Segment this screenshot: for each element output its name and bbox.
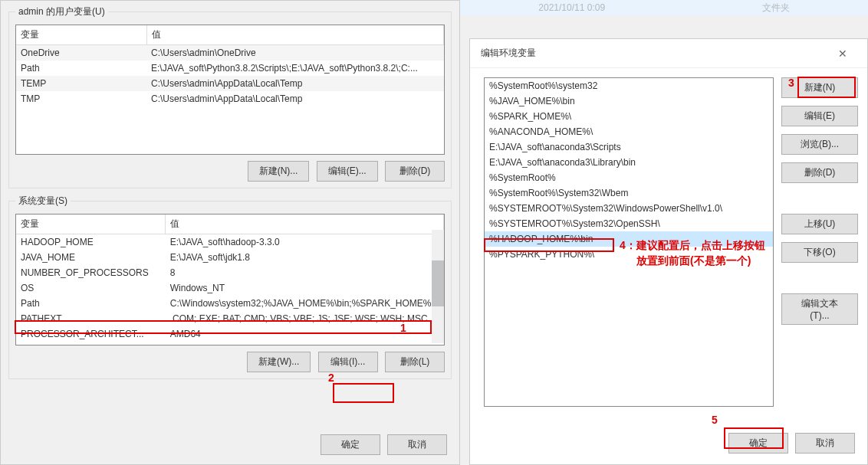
col-value[interactable]: 值	[146, 25, 444, 45]
left-cancel-button[interactable]: 取消	[387, 434, 447, 455]
edit-browse-button[interactable]: 浏览(B)...	[781, 134, 858, 155]
cell-value: AMD64	[166, 326, 444, 342]
col-name[interactable]: 变量	[16, 25, 146, 45]
path-item[interactable]: %ANACONDA_HOME%\	[485, 124, 773, 139]
left-ok-button[interactable]: 确定	[321, 434, 380, 455]
col-name[interactable]: 变量	[16, 214, 166, 234]
edit-edit-button[interactable]: 编辑(E)	[781, 106, 858, 126]
user-delete-button[interactable]: 删除(D)	[385, 161, 445, 182]
sys-vars-buttons: 新建(W)... 编辑(I)... 删除(L)	[15, 345, 445, 372]
cell-value: C:\Users\admin\AppData\Local\Temp	[146, 76, 444, 91]
path-item[interactable]: %SYSTEMROOT%\System32\WindowsPowerShell\…	[485, 201, 773, 216]
sys-delete-button[interactable]: 删除(L)	[385, 352, 445, 372]
user-vars-group: admin 的用户变量(U) 变量 值 OneDriveC:\Users\adm…	[8, 5, 452, 188]
cell-name: PATHEXT	[16, 311, 166, 326]
table-row[interactable]: TMPC:\Users\admin\AppData\Local\Temp	[16, 91, 444, 106]
explorer-type: 文件夹	[762, 2, 790, 15]
cell-name: OneDrive	[16, 45, 146, 61]
path-list[interactable]: %SystemRoot%\system32%JAVA_HOME%\bin%SPA…	[484, 77, 774, 407]
sys-vars-legend: 系统变量(S)	[15, 195, 71, 208]
path-item[interactable]: %SystemRoot%	[485, 170, 773, 185]
scrollbar[interactable]	[432, 230, 444, 343]
cell-name: TMP	[16, 91, 146, 106]
edit-dialog-titlebar: 编辑环境变量 ✕	[470, 39, 867, 68]
table-row[interactable]: PathE:\JAVA_soft\Python3.8.2\Scripts\;E:…	[16, 61, 444, 76]
cell-value: Windows_NT	[166, 280, 444, 296]
edit-footer-buttons: 确定 取消	[724, 433, 855, 454]
cell-value: C:\Users\admin\OneDrive	[146, 45, 444, 61]
edit-text-button[interactable]: 编辑文本(T)...	[781, 293, 858, 325]
env-vars-dialog: admin 的用户变量(U) 变量 值 OneDriveC:\Users\adm…	[0, 0, 460, 465]
cell-value: E:\JAVA_soft\jdk1.8	[166, 250, 444, 265]
edit-delete-button[interactable]: 删除(D)	[781, 162, 858, 183]
edit-env-var-dialog: 编辑环境变量 ✕ %SystemRoot%\system32%JAVA_HOME…	[469, 38, 868, 465]
cell-value: C:\Users\admin\AppData\Local\Temp	[146, 91, 444, 106]
edit-new-button[interactable]: 新建(N)	[781, 77, 858, 98]
table-row[interactable]: TEMPC:\Users\admin\AppData\Local\Temp	[16, 76, 444, 91]
table-row[interactable]: JAVA_HOMEE:\JAVA_soft\jdk1.8	[16, 250, 444, 265]
path-item[interactable]: %SystemRoot%\system32	[485, 78, 773, 93]
edit-dialog-title: 编辑环境变量	[481, 47, 536, 60]
cell-name: TEMP	[16, 76, 146, 91]
edit-ok-button[interactable]: 确定	[728, 433, 788, 454]
cell-name: Path	[16, 296, 166, 311]
explorer-date: 2021/10/11 0:09	[538, 2, 605, 13]
table-row[interactable]: PATHEXT.COM;.EXE;.BAT;.CMD;.VBS;.VBE;.JS…	[16, 311, 444, 326]
table-row[interactable]: PathC:\Windows\system32;%JAVA_HOME%\bin;…	[16, 296, 444, 311]
cell-value: 8	[166, 265, 444, 280]
explorer-row-behind: 2021/10/11 0:09 文件夹	[460, 0, 868, 15]
user-vars-buttons: 新建(N)... 编辑(E)... 删除(D)	[15, 155, 445, 182]
cell-value: E:\JAVA_soft\Python3.8.2\Scripts\;E:\JAV…	[146, 61, 444, 76]
user-edit-button[interactable]: 编辑(E)...	[317, 161, 378, 182]
path-item[interactable]: E:\JAVA_soft\anaconda3\Library\bin	[485, 155, 773, 170]
cell-name: OS	[16, 280, 166, 296]
sys-vars-table-wrap: 变量 值 HADOOP_HOMEE:\JAVA_soft\hadoop-3.3.…	[15, 214, 445, 345]
table-row[interactable]: NUMBER_OF_PROCESSORS8	[16, 265, 444, 280]
table-row[interactable]: HADOOP_HOMEE:\JAVA_soft\hadoop-3.3.0	[16, 234, 444, 251]
path-item[interactable]: %SYSTEMROOT%\System32\OpenSSH\	[485, 216, 773, 231]
table-row[interactable]: OSWindows_NT	[16, 280, 444, 296]
left-footer-buttons: 确定 取消	[316, 434, 447, 455]
user-vars-table[interactable]: 变量 值 OneDriveC:\Users\admin\OneDrivePath…	[16, 25, 444, 106]
cell-name: PROCESSOR_ARCHITECT...	[16, 326, 166, 342]
path-item[interactable]: %JAVA_HOME%\bin	[485, 93, 773, 109]
cell-name: NUMBER_OF_PROCESSORS	[16, 265, 166, 280]
edit-cancel-button[interactable]: 取消	[795, 433, 855, 454]
edit-moveup-button[interactable]: 上移(U)	[781, 214, 858, 234]
sys-vars-table[interactable]: 变量 值 HADOOP_HOMEE:\JAVA_soft\hadoop-3.3.…	[16, 214, 444, 342]
edit-movedown-button[interactable]: 下移(O)	[781, 242, 858, 263]
cell-value: .COM;.EXE;.BAT;.CMD;.VBS;.VBE;.JS;.JSE;.…	[166, 311, 444, 326]
sys-edit-button[interactable]: 编辑(I)...	[318, 352, 378, 372]
user-vars-table-wrap: 变量 值 OneDriveC:\Users\admin\OneDrivePath…	[15, 25, 445, 155]
path-item[interactable]: E:\JAVA_soft\anaconda3\Scripts	[485, 139, 773, 155]
user-vars-legend: admin 的用户变量(U)	[15, 5, 108, 18]
cell-name: JAVA_HOME	[16, 250, 166, 265]
col-value[interactable]: 值	[166, 214, 444, 234]
cell-name: Path	[16, 61, 146, 76]
path-item[interactable]: %SystemRoot%\System32\Wbem	[485, 185, 773, 201]
cell-value: C:\Windows\system32;%JAVA_HOME%\bin;%SPA…	[166, 296, 444, 311]
table-row[interactable]: PROCESSOR_ARCHITECT...AMD64	[16, 326, 444, 342]
sys-new-button[interactable]: 新建(W)...	[247, 352, 311, 372]
close-icon[interactable]: ✕	[829, 47, 856, 60]
cell-name: HADOOP_HOME	[16, 234, 166, 251]
path-item[interactable]: %PYSPARK_PYTHON%\	[485, 247, 773, 262]
path-item[interactable]: %HADOOP_HOME%\bin	[485, 231, 773, 247]
table-row[interactable]: OneDriveC:\Users\admin\OneDrive	[16, 45, 444, 61]
sys-vars-group: 系统变量(S) 变量 值 HADOOP_HOMEE:\JAVA_soft\had…	[8, 195, 452, 379]
scrollbar-thumb[interactable]	[432, 260, 444, 306]
edit-side-buttons: 新建(N) 编辑(E) 浏览(B)... 删除(D) 上移(U) 下移(O) 编…	[781, 77, 858, 407]
path-item[interactable]: %SPARK_HOME%\	[485, 109, 773, 124]
user-new-button[interactable]: 新建(N)...	[248, 161, 310, 182]
cell-value: E:\JAVA_soft\hadoop-3.3.0	[166, 234, 444, 251]
